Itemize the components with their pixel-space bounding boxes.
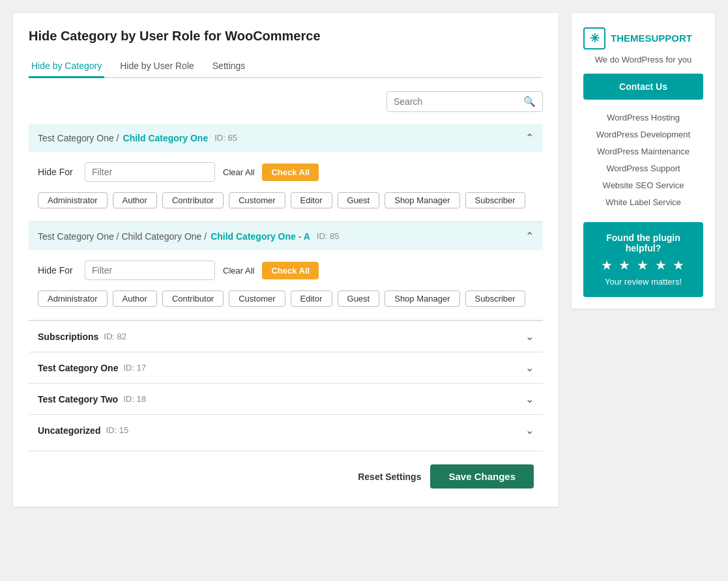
category-section-1: Test Category One / Child Category One I… xyxy=(29,124,543,222)
collapsed-row-test-category-two[interactable]: Test Category Two ID: 18 ⌄ xyxy=(29,383,543,414)
category-id-2: ID: 85 xyxy=(317,231,340,241)
hide-for-section-2: Hide For Clear All Check All Administrat… xyxy=(29,250,543,320)
chevron-down-icon-test-category-two: ⌄ xyxy=(525,393,534,405)
check-all-button-2[interactable]: Check All xyxy=(262,262,319,279)
role-editor-2[interactable]: Editor xyxy=(291,290,332,307)
sidebar-link-white-label[interactable]: White Label Service xyxy=(583,193,703,210)
sidebar-card: ✳ THEMESUPPORT We do WordPress for you C… xyxy=(572,13,715,309)
tab-hide-by-user-role[interactable]: Hide by User Role xyxy=(117,55,197,78)
category-id-1: ID: 65 xyxy=(214,133,237,143)
footer-row: Reset Settings Save Changes xyxy=(29,451,543,491)
chevron-down-icon-subscriptions: ⌄ xyxy=(525,330,534,343)
role-contributor-1[interactable]: Contributor xyxy=(162,192,224,208)
collapsed-id-uncategorized: ID: 15 xyxy=(106,425,128,435)
collapsed-id-test-category-one: ID: 17 xyxy=(123,363,146,373)
sidebar-tagline: We do WordPress for you xyxy=(583,55,703,64)
logo-icon: ✳ xyxy=(583,27,605,50)
role-contributor-2[interactable]: Contributor xyxy=(162,290,224,307)
role-guest-1[interactable]: Guest xyxy=(338,192,380,208)
search-button[interactable]: 🔍 xyxy=(523,96,536,107)
role-administrator-1[interactable]: Administrator xyxy=(38,192,108,208)
category-child-1: Child Category One xyxy=(123,133,209,143)
collapsed-row-test-category-one[interactable]: Test Category One ID: 17 ⌄ xyxy=(29,352,543,383)
sidebar-panel: ✳ THEMESUPPORT We do WordPress for you C… xyxy=(572,13,715,507)
sidebar-logo: ✳ THEMESUPPORT xyxy=(583,27,703,50)
chevron-up-icon-2: ⌃ xyxy=(525,230,534,242)
hide-for-row-1: Hide For Clear All Check All xyxy=(38,162,534,182)
clear-all-button-1[interactable]: Clear All xyxy=(223,167,254,177)
collapsed-name-test-category-one: Test Category One xyxy=(38,363,118,373)
sidebar-link-wordpress-maintenance[interactable]: WordPress Maintenance xyxy=(583,143,703,160)
page-title: Hide Category by User Role for WooCommer… xyxy=(29,29,543,44)
role-author-2[interactable]: Author xyxy=(113,290,157,307)
category-section-2: Test Category One / Child Category One /… xyxy=(29,222,543,320)
search-input[interactable] xyxy=(394,96,523,107)
role-guest-2[interactable]: Guest xyxy=(338,290,380,307)
clear-all-button-2[interactable]: Clear All xyxy=(223,266,254,276)
role-customer-2[interactable]: Customer xyxy=(229,290,285,307)
category-parent-1: Test Category One / xyxy=(38,133,119,143)
chevron-down-icon-uncategorized: ⌄ xyxy=(525,424,534,436)
main-panel: Hide Category by User Role for WooCommer… xyxy=(13,13,559,507)
role-administrator-2[interactable]: Administrator xyxy=(38,290,108,307)
tab-hide-by-category[interactable]: Hide by Category xyxy=(29,55,104,78)
logo-text: THEMESUPPORT xyxy=(611,33,692,44)
category-parent-2: Test Category One / Child Category One / xyxy=(38,231,207,242)
collapsed-id-subscriptions: ID: 82 xyxy=(104,332,126,341)
collapsed-name-subscriptions: Subscriptions xyxy=(38,332,98,342)
sidebar-link-wordpress-hosting[interactable]: WordPress Hosting xyxy=(583,109,703,126)
check-all-button-1[interactable]: Check All xyxy=(262,163,319,181)
role-shop-manager-1[interactable]: Shop Manager xyxy=(385,192,459,208)
chevron-down-icon-test-category-one: ⌄ xyxy=(525,361,534,374)
tab-settings[interactable]: Settings xyxy=(210,55,248,78)
category-header-1[interactable]: Test Category One / Child Category One I… xyxy=(29,124,543,152)
tabs-nav: Hide by Category Hide by User Role Setti… xyxy=(29,55,543,78)
hide-for-label-2: Hide For xyxy=(38,265,77,276)
reset-settings-button[interactable]: Reset Settings xyxy=(358,472,421,482)
role-subscriber-1[interactable]: Subscriber xyxy=(465,192,525,208)
roles-row-2: Administrator Author Contributor Custome… xyxy=(38,290,534,307)
category-child-2: Child Category One - A xyxy=(211,231,310,242)
role-author-1[interactable]: Author xyxy=(113,192,157,208)
sidebar-links: WordPress Hosting WordPress Development … xyxy=(583,109,703,210)
logo-text-support: SUPPORT xyxy=(645,33,693,44)
filter-input-1[interactable] xyxy=(85,162,215,182)
review-stars: ★ ★ ★ ★ ★ xyxy=(592,257,694,273)
contact-us-button[interactable]: Contact Us xyxy=(583,74,703,100)
roles-row-1: Administrator Author Contributor Custome… xyxy=(38,192,534,208)
review-question: Found the plugin helpful? xyxy=(592,233,694,253)
filter-input-2[interactable] xyxy=(85,261,215,280)
category-header-2[interactable]: Test Category One / Child Category One /… xyxy=(29,222,543,250)
hide-for-row-2: Hide For Clear All Check All xyxy=(38,261,534,280)
sidebar-link-website-seo[interactable]: Website SEO Service xyxy=(583,177,703,193)
collapsed-row-uncategorized[interactable]: Uncategorized ID: 15 ⌄ xyxy=(29,414,543,446)
review-text: Your review matters! xyxy=(592,277,694,287)
sidebar-link-wordpress-support[interactable]: WordPress Support xyxy=(583,160,703,177)
sidebar-link-wordpress-development[interactable]: WordPress Development xyxy=(583,126,703,143)
hide-for-section-1: Hide For Clear All Check All Administrat… xyxy=(29,152,543,222)
role-shop-manager-2[interactable]: Shop Manager xyxy=(385,290,459,307)
logo-text-theme: THEME xyxy=(611,33,645,44)
save-changes-button[interactable]: Save Changes xyxy=(430,464,534,489)
collapsed-row-subscriptions[interactable]: Subscriptions ID: 82 ⌄ xyxy=(29,320,543,352)
search-row: 🔍 xyxy=(29,91,543,112)
role-editor-1[interactable]: Editor xyxy=(291,192,332,208)
collapsed-name-test-category-two: Test Category Two xyxy=(38,394,118,404)
sidebar-review-card: Found the plugin helpful? ★ ★ ★ ★ ★ Your… xyxy=(583,222,703,297)
hide-for-label-1: Hide For xyxy=(38,167,77,177)
chevron-up-icon-1: ⌃ xyxy=(525,132,534,144)
collapsed-name-uncategorized: Uncategorized xyxy=(38,425,100,436)
role-subscriber-2[interactable]: Subscriber xyxy=(465,290,525,307)
collapsed-id-test-category-two: ID: 18 xyxy=(123,394,146,404)
search-box: 🔍 xyxy=(386,91,543,112)
role-customer-1[interactable]: Customer xyxy=(229,192,285,208)
